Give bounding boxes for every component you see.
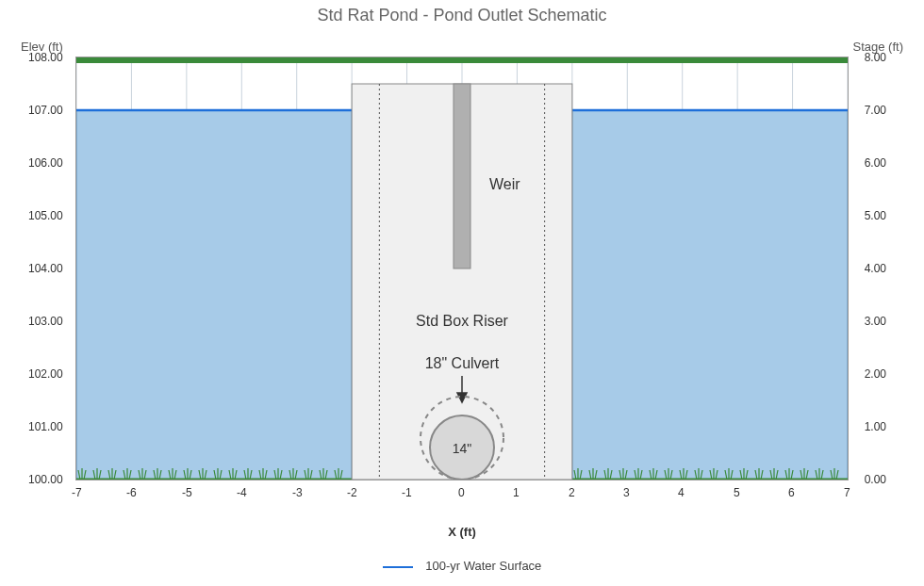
y-left-tick: 104.00 [28,262,63,275]
y-right-tick: 1.00 [865,420,886,433]
y-right-tick: 6.00 [865,156,886,170]
x-tick: -6 [126,486,137,499]
y-left-tick: 106.00 [28,156,63,170]
legend-label: 100-yr Water Surface [425,559,541,573]
x-tick: -2 [347,486,357,499]
y-right-tick: 5.00 [865,209,886,222]
x-tick: 3 [623,486,630,499]
schematic-svg: Weir Std Box Riser 18" Culvert 14" [76,57,848,480]
y-left-tick: 105.00 [28,209,63,222]
x-tick: 6 [788,486,795,499]
weir-bar [454,84,470,269]
culvert-label: 18" Culvert [425,355,500,371]
x-tick: -3 [292,486,303,499]
plot-area: Weir Std Box Riser 18" Culvert 14" [75,57,849,480]
riser-label: Std Box Riser [416,313,508,329]
y-left-tick: 107.00 [28,104,63,117]
x-tick: 2 [569,486,575,499]
x-tick: 5 [734,486,740,499]
legend-swatch-icon [383,566,413,568]
y-left-tick: 108.00 [28,51,63,64]
y-right-tick: 0.00 [865,473,886,486]
x-tick: 7 [844,486,850,499]
x-tick: -5 [182,486,192,499]
y-right-tick: 7.00 [865,104,886,117]
y-right-tick: 4.00 [865,262,886,275]
y-left-tick: 102.00 [28,367,63,381]
x-tick: 4 [678,486,685,499]
culvert-annotation: 14" [453,441,472,456]
x-tick: -7 [72,486,82,499]
embankment-top [76,57,848,63]
x-tick: 0 [458,486,465,499]
y-right-tick: 8.00 [865,51,886,64]
water-right [572,110,848,480]
legend: 100-yr Water Surface [0,559,924,573]
schematic-container: Std Rat Pond - Pond Outlet Schematic Ele… [0,0,924,586]
y-right-tick: 2.00 [865,367,886,381]
chart-title: Std Rat Pond - Pond Outlet Schematic [0,6,924,25]
weir-label: Weir [489,176,520,192]
x-axis-label: X (ft) [0,525,924,539]
x-tick: -4 [237,486,247,499]
x-tick: 1 [513,486,520,499]
y-left-tick: 103.00 [28,315,63,328]
y-right-tick: 3.00 [865,315,886,328]
y-left-tick: 101.00 [28,420,63,433]
x-tick: -1 [402,486,412,499]
y-left-tick: 100.00 [28,473,63,486]
water-left [76,110,352,480]
